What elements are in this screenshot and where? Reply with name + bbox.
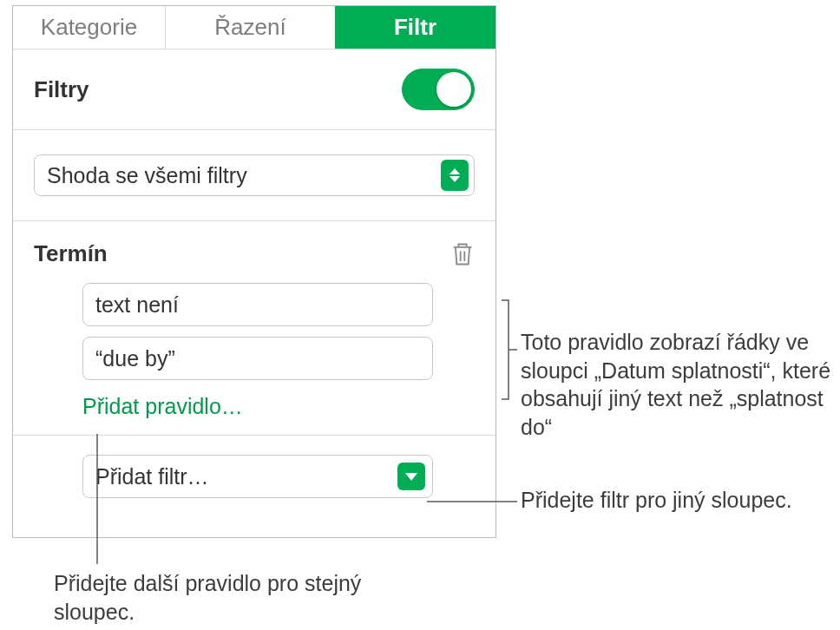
filters-header-section: Filtry	[13, 49, 495, 130]
match-mode-section: Shoda se všemi filtry	[13, 130, 495, 221]
match-mode-select[interactable]: Shoda se všemi filtry	[34, 154, 475, 196]
add-filter-label: Přidat filtr…	[95, 464, 209, 489]
add-filter-select[interactable]: Přidat filtr…	[82, 455, 433, 498]
add-rule-link[interactable]: Přidat pravidlo…	[82, 390, 475, 419]
match-mode-label: Shoda se všemi filtry	[47, 163, 247, 188]
rule-condition-text: text není	[95, 292, 179, 318]
rule-condition-select[interactable]: text není	[82, 283, 433, 326]
rule-section: Termín text není “due by” Přidat pravidl…	[13, 221, 495, 436]
callout-rule-desc: Toto pravidlo zobrazí řádky ve sloupci „…	[521, 328, 833, 441]
tab-kategorie[interactable]: Kategorie	[13, 6, 165, 49]
trash-icon[interactable]	[450, 241, 475, 267]
rule-value-input[interactable]: “due by”	[82, 337, 433, 380]
tab-razeni[interactable]: Řazení	[165, 6, 335, 49]
updown-arrows-icon	[441, 160, 469, 191]
tab-filtr[interactable]: Filtr	[335, 6, 495, 49]
filters-heading: Filtry	[34, 76, 89, 103]
callout-add-filter-desc: Přidejte filtr pro jiný sloupec.	[521, 486, 816, 515]
chevron-down-icon	[397, 463, 425, 490]
filter-panel: Kategorie Řazení Filtr Filtry Shoda se v…	[12, 5, 496, 538]
filters-toggle[interactable]	[402, 69, 475, 110]
toggle-knob	[436, 72, 471, 107]
callout-add-rule-desc: Přidejte další pravidlo pro stejný sloup…	[54, 569, 384, 626]
rule-value-text: “due by”	[95, 346, 175, 371]
add-filter-section: Přidat filtr…	[13, 436, 495, 521]
rule-column-label: Termín	[34, 240, 108, 267]
tabs: Kategorie Řazení Filtr	[13, 6, 495, 49]
